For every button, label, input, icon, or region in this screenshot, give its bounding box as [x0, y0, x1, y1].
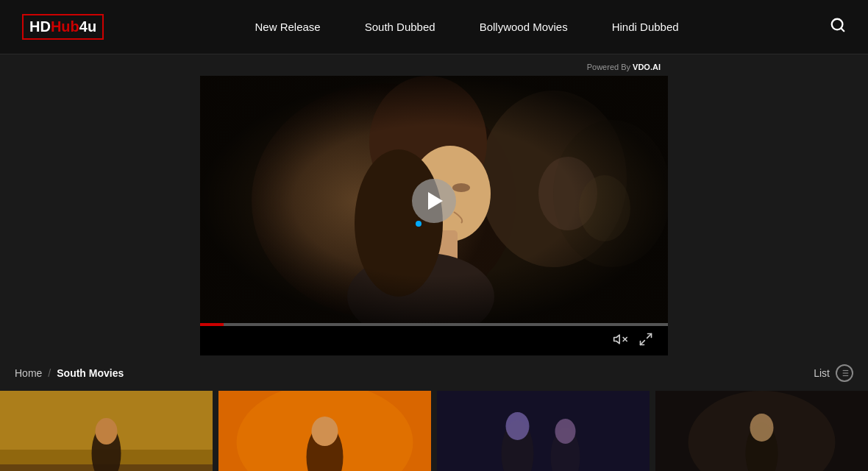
- list-label: List: [814, 367, 830, 379]
- search-icon: [830, 17, 846, 33]
- movie-card[interactable]: [437, 391, 650, 471]
- header: HD Hub 4u New Release South Dubbed Bolly…: [0, 0, 868, 54]
- player-wrapper: Powered By VDO.AI: [200, 58, 668, 355]
- list-toggle-button[interactable]: List: [814, 364, 853, 382]
- vdo-brand: VDO.AI: [633, 63, 661, 71]
- card-1-art: [0, 391, 213, 471]
- header-right: [830, 17, 846, 37]
- powered-by-label: Powered By: [587, 63, 630, 71]
- svg-point-40: [506, 412, 530, 440]
- progress-bar-fill: [200, 323, 224, 326]
- svg-point-42: [555, 419, 576, 444]
- video-controls: [200, 326, 668, 355]
- svg-line-18: [647, 333, 652, 338]
- svg-point-31: [96, 418, 118, 445]
- play-triangle-icon: [428, 192, 443, 210]
- svg-point-47: [750, 414, 774, 442]
- nav-item-hindi-dubbed[interactable]: Hindi Dubbed: [612, 21, 679, 33]
- logo-hub-text: Hub: [51, 18, 79, 35]
- blue-dot: [416, 221, 421, 227]
- breadcrumb: Home / South Movies List: [0, 355, 868, 391]
- progress-bar-container[interactable]: [200, 323, 668, 326]
- card-2-art: [218, 391, 431, 471]
- search-button[interactable]: [830, 17, 846, 37]
- fullscreen-button[interactable]: [638, 332, 653, 350]
- svg-line-1: [841, 28, 844, 31]
- logo-suffix-text: 4u: [79, 18, 96, 35]
- svg-marker-15: [614, 335, 620, 344]
- video-frame[interactable]: [200, 76, 668, 326]
- player-container: Powered By VDO.AI: [0, 54, 868, 355]
- movie-card[interactable]: [218, 391, 431, 471]
- controls-right: [613, 332, 653, 350]
- logo[interactable]: HD Hub 4u: [22, 14, 104, 40]
- main-nav: New Release South Dubbed Bollywood Movie…: [255, 21, 679, 33]
- play-button[interactable]: [412, 179, 456, 223]
- nav-item-bollywood-movies[interactable]: Bollywood Movies: [480, 21, 568, 33]
- logo-hd-text: HD: [29, 18, 51, 35]
- svg-rect-38: [437, 391, 650, 471]
- mute-button[interactable]: [613, 332, 627, 350]
- svg-line-19: [641, 340, 645, 344]
- movies-grid: [0, 391, 868, 471]
- list-icon: [836, 364, 853, 382]
- nav-item-new-release[interactable]: New Release: [255, 21, 321, 33]
- movie-card[interactable]: [0, 391, 213, 471]
- breadcrumb-left: Home / South Movies: [15, 367, 124, 379]
- breadcrumb-separator: /: [48, 367, 51, 379]
- nav-item-south-dubbed[interactable]: South Dubbed: [365, 21, 435, 33]
- card-3-art: [437, 391, 650, 471]
- movie-card[interactable]: [655, 391, 868, 471]
- svg-point-36: [312, 417, 338, 446]
- breadcrumb-home-link[interactable]: Home: [15, 367, 42, 379]
- card-4-art: [655, 391, 868, 471]
- powered-by-bar: Powered By VDO.AI: [200, 58, 668, 76]
- breadcrumb-current-page: South Movies: [57, 367, 124, 379]
